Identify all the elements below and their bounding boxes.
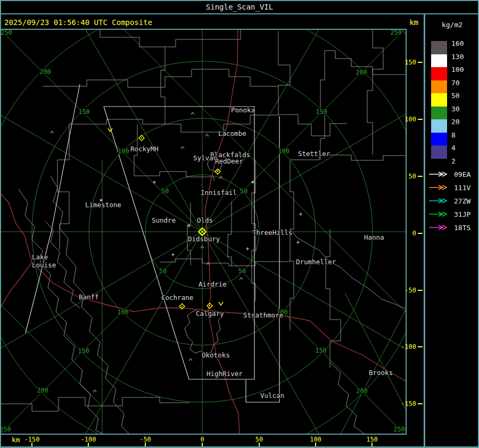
city-label: Sundre: [152, 216, 176, 224]
radar-arrow-icon: [429, 172, 447, 176]
colorbar-value-label: 2: [451, 157, 456, 165]
right-axis: 150100500-50-100-150: [407, 29, 424, 435]
radar-app-window: Single_Scan_VIL 2025/09/23 01:56:40 UTC …: [0, 0, 479, 448]
right-axis-tick-label: -100: [401, 343, 416, 351]
radar-id-label: 27ZW: [454, 197, 470, 205]
ring-distance-label: 200: [356, 69, 367, 76]
colorbar-value-label: 20: [451, 118, 460, 126]
radar-id-label: 09EA: [454, 170, 470, 178]
city-label: Strathmore: [243, 311, 283, 319]
city-label: Didsbury: [188, 235, 220, 243]
title-bar: Single_Scan_VIL: [0, 0, 479, 14]
city-label: Louise: [32, 261, 56, 269]
city-label: RockyMH: [130, 145, 159, 153]
colorbar-swatch: [431, 80, 447, 94]
radar-arrow-icon: [429, 199, 447, 203]
bottom-axis-tick-label: 50: [255, 436, 263, 443]
radar-site-diamond-center: [181, 306, 183, 307]
right-axis-tick-label: 50: [409, 173, 416, 180]
radar-arrow-icon: [429, 212, 447, 216]
ring-distance-label: 150: [78, 108, 90, 116]
right-axis-tick-mark: [418, 290, 423, 291]
radar-arrow-icon: [429, 185, 447, 190]
town-asterisk-marker: *: [251, 179, 255, 187]
colorbar-value-label: 130: [451, 52, 464, 60]
bottom-axis-tick-mark: [259, 443, 260, 446]
radar-arrow-icon: [428, 184, 449, 191]
radar-site-diamond-center: [217, 171, 218, 172]
colorbar-swatch: [431, 107, 447, 120]
ring-distance-label: 150: [315, 347, 327, 354]
radar-center-dot: [202, 231, 203, 233]
city-label: Calgary: [196, 309, 224, 317]
city-label: Ponoka: [231, 106, 255, 114]
bottom-axis-tick-mark: [88, 443, 89, 446]
ring-distance-label: 50: [161, 188, 169, 195]
radar-legend-row: 09EA: [428, 169, 470, 180]
ring-distance-label: 200: [356, 387, 368, 395]
right-axis-tick-mark: [418, 119, 423, 120]
colorbar-value-label: 4: [451, 144, 456, 152]
ring-distance-label: 100: [118, 148, 129, 155]
right-axis-tick-label: 150: [404, 59, 416, 66]
ring-distance-label: 100: [278, 148, 290, 155]
right-axis-tick-mark: [418, 176, 423, 177]
city-label: Airdrie: [199, 280, 227, 288]
bottom-axis: km -150-100-50050100150: [0, 435, 424, 446]
colorbar-swatch: [431, 133, 447, 146]
radar-legend-row: 31JP: [428, 209, 470, 219]
city-label: ThreeHills: [252, 229, 292, 237]
bottom-axis-tick-label: -150: [24, 436, 40, 443]
bottom-axis-tick-label: -100: [81, 436, 96, 443]
bottom-axis-tick-label: 150: [366, 436, 378, 443]
right-axis-tick-label: 0: [412, 230, 416, 237]
radar-site-diamond-center: [141, 137, 142, 139]
ring-distance-label: 250: [0, 426, 11, 433]
colorbar-value-label: 100: [451, 66, 464, 74]
radar-arrow-icon: [428, 224, 449, 231]
city-label: Innisfail: [201, 189, 237, 197]
colorbar-swatch: [431, 145, 447, 159]
city-label: RedDeer: [215, 157, 243, 165]
city-label: Lacombe: [218, 129, 246, 137]
bottom-axis-tick-label: -50: [139, 436, 151, 443]
radar-arrow-icon: [428, 171, 449, 177]
city-label: Vulcan: [260, 392, 284, 400]
city-label: Brooks: [369, 369, 393, 377]
radar-legend-row: 18TS: [428, 222, 470, 233]
timestamp-bar: 2025/09/23 01:56:40 UTC Composite km: [0, 15, 424, 29]
colorbar-value-label: 70: [451, 78, 460, 86]
colorbar-value-label: 8: [451, 131, 456, 139]
colorbar-swatch: [431, 54, 447, 68]
ring-distance-label: 250: [393, 426, 405, 433]
town-asterisk-marker: *: [99, 197, 103, 205]
right-axis-tick-mark: [418, 403, 423, 404]
colorbar-value-label: 50: [451, 92, 460, 100]
city-label: Cochrane: [161, 294, 193, 302]
bottom-axis-tick-mark: [145, 443, 146, 446]
city-label: Lake: [32, 253, 48, 261]
radar-map: 2502001501005050100150200250501001502002…: [0, 29, 407, 435]
ring-distance-label: 50: [238, 267, 246, 275]
ring-distance-label: 200: [37, 387, 48, 394]
colorbar-swatch: [431, 67, 447, 80]
city-label: Sylvan: [193, 154, 217, 162]
bottom-axis-tick-mark: [31, 443, 32, 446]
radar-site-diamond-center: [209, 305, 210, 306]
right-axis-unit-label: km: [409, 18, 424, 27]
ring-distance-label: 150: [316, 108, 327, 116]
radar-arrow-icon: [428, 198, 449, 204]
radar-arrow-icon: [429, 225, 447, 230]
right-axis-tick-label: -150: [401, 400, 416, 408]
city-label: Banff: [79, 293, 99, 301]
right-axis-tick-mark: [418, 62, 423, 63]
right-axis-tick-mark: [418, 233, 423, 234]
city-label: Drumheller: [296, 258, 336, 266]
ring-distance-label: 150: [78, 347, 89, 355]
ring-distance-label: 200: [39, 68, 51, 76]
right-axis-tick-mark: [418, 346, 423, 347]
radar-legend-row: 111V: [428, 182, 470, 193]
city-label: Okotoks: [202, 351, 230, 359]
right-axis-tick-label: -50: [404, 287, 416, 294]
colorbar-value-label: 160: [451, 39, 464, 47]
